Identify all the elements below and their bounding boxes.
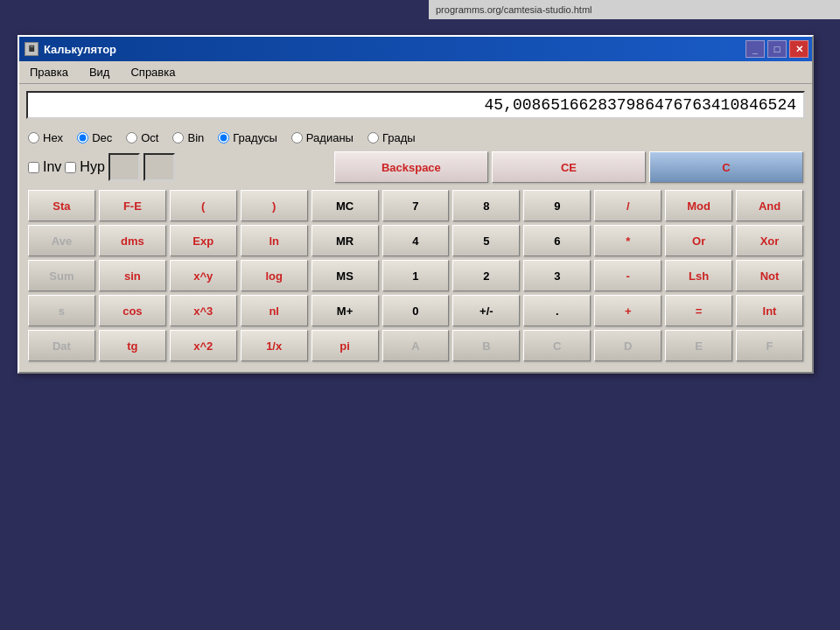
btn-exp[interactable]: Exp: [170, 225, 237, 256]
btn-3[interactable]: 3: [523, 260, 591, 291]
radio-dec[interactable]: Dec: [77, 131, 112, 144]
btn-5[interactable]: 5: [452, 225, 520, 256]
menu-spravka[interactable]: Справка: [127, 64, 178, 80]
btn-open-paren[interactable]: (: [170, 190, 237, 221]
menu-pravka[interactable]: Правка: [26, 64, 72, 80]
checkbox-hyp[interactable]: Hyp: [65, 159, 104, 175]
title-bar-left: 🖩 Калькулятор: [24, 42, 116, 56]
calculator-window: 🖩 Калькулятор _ □ ✕ Правка Вид Справка 4…: [18, 35, 814, 374]
btn-nl[interactable]: nl: [241, 295, 308, 326]
btn-or[interactable]: Or: [665, 225, 732, 256]
title-bar-buttons: _ □ ✕: [746, 40, 808, 58]
btn-mc[interactable]: MC: [312, 190, 379, 221]
menu-vid[interactable]: Вид: [86, 64, 114, 80]
button-row-3: Sum sin x^y log MS 1 2 3 - Lsh Not: [28, 260, 803, 291]
radio-hex[interactable]: Hex: [28, 131, 63, 144]
btn-int[interactable]: Int: [736, 295, 803, 326]
btn-fe[interactable]: F-E: [99, 190, 166, 221]
btn-ms[interactable]: MS: [312, 260, 379, 291]
radio-grads[interactable]: Грады: [368, 131, 416, 144]
btn-c[interactable]: C: [523, 330, 591, 361]
title-bar: 🖩 Калькулятор _ □ ✕: [19, 37, 812, 61]
display: 45,008651662837986476763410846524: [26, 91, 805, 119]
checkbox-inv[interactable]: Inv: [28, 159, 61, 175]
btn-sin[interactable]: sin: [99, 260, 166, 291]
radio-oct[interactable]: Oct: [126, 131, 158, 144]
btn-xy[interactable]: x^y: [170, 260, 237, 291]
btn-log[interactable]: log: [241, 260, 308, 291]
button-row-4: s cos x^3 nl M+ 0 +/- . + = Int: [28, 295, 803, 326]
btn-ave[interactable]: Ave: [28, 225, 95, 256]
button-row-5: Dat tg x^2 1/x pi A B C D E F: [28, 330, 803, 361]
btn-0[interactable]: 0: [382, 295, 450, 326]
btn-x3[interactable]: x^3: [170, 295, 237, 326]
btn-close-paren[interactable]: ): [241, 190, 308, 221]
btn-lsh[interactable]: Lsh: [665, 260, 732, 291]
btn-not[interactable]: Not: [736, 260, 803, 291]
btn-and[interactable]: And: [736, 190, 803, 221]
btn-f[interactable]: F: [736, 330, 803, 361]
radio-degrees[interactable]: Градусы: [218, 131, 277, 144]
btn-dat[interactable]: Dat: [28, 330, 95, 361]
btn-plus[interactable]: +: [594, 295, 662, 326]
btn-x2[interactable]: x^2: [170, 330, 237, 361]
btn-xor[interactable]: Xor: [736, 225, 803, 256]
btn-minus[interactable]: -: [594, 260, 662, 291]
button-row-2: Ave dms Exp ln MR 4 5 6 * Or Xor: [28, 225, 803, 256]
ce-button[interactable]: CE: [492, 151, 646, 183]
btn-pi[interactable]: pi: [312, 330, 379, 361]
btn-7[interactable]: 7: [382, 190, 450, 221]
btn-a[interactable]: A: [382, 330, 450, 361]
btn-divide[interactable]: /: [594, 190, 662, 221]
btn-sum[interactable]: Sum: [28, 260, 95, 291]
maximize-button[interactable]: □: [767, 40, 787, 58]
radio-radians[interactable]: Радианы: [291, 131, 354, 144]
btn-mr[interactable]: MR: [312, 225, 379, 256]
btn-8[interactable]: 8: [452, 190, 520, 221]
btn-2[interactable]: 2: [452, 260, 520, 291]
small-box-2: [144, 153, 175, 181]
backspace-button[interactable]: Backspace: [334, 151, 488, 183]
btn-s[interactable]: s: [28, 295, 95, 326]
btn-ln[interactable]: ln: [241, 225, 308, 256]
btn-cos[interactable]: cos: [99, 295, 166, 326]
btn-sta[interactable]: Sta: [28, 190, 95, 221]
btn-tg[interactable]: tg: [99, 330, 166, 361]
close-button[interactable]: ✕: [789, 40, 808, 58]
radio-row: Hex Dec Oct Bin Градусы Радианы Грады: [19, 126, 812, 150]
button-row-1: Sta F-E ( ) MC 7 8 9 / Mod And: [28, 190, 803, 221]
btn-4[interactable]: 4: [382, 225, 450, 256]
window-title: Калькулятор: [44, 43, 116, 56]
url-text: programms.org/camtesia-studio.html: [436, 4, 592, 15]
small-box-1: [108, 153, 140, 181]
btn-dot[interactable]: .: [523, 295, 591, 326]
radio-bin[interactable]: Bin: [172, 131, 204, 144]
btn-mplus[interactable]: M+: [312, 295, 379, 326]
btn-6[interactable]: 6: [523, 225, 591, 256]
btn-1[interactable]: 1: [382, 260, 450, 291]
c-button[interactable]: C: [649, 151, 803, 183]
btn-e[interactable]: E: [665, 330, 732, 361]
btn-dms[interactable]: dms: [99, 225, 166, 256]
btn-multiply[interactable]: *: [594, 225, 662, 256]
btn-b[interactable]: B: [452, 330, 520, 361]
minimize-button[interactable]: _: [746, 40, 765, 58]
app-icon: 🖩: [24, 42, 38, 56]
btn-equals[interactable]: =: [665, 295, 732, 326]
btn-plusminus[interactable]: +/-: [452, 295, 520, 326]
calculator-grid: Sta F-E ( ) MC 7 8 9 / Mod And Ave dms E…: [19, 186, 812, 372]
btn-d[interactable]: D: [594, 330, 662, 361]
btn-1x[interactable]: 1/x: [241, 330, 308, 361]
btn-9[interactable]: 9: [523, 190, 591, 221]
menu-bar: Правка Вид Справка: [19, 61, 812, 84]
url-bar: programms.org/camtesia-studio.html: [429, 0, 840, 19]
top-special-row: Inv Hyp Backspace CE C: [19, 150, 812, 186]
btn-mod[interactable]: Mod: [665, 190, 732, 221]
screen: programms.org/camtesia-studio.html 🖩 Кал…: [0, 0, 840, 630]
